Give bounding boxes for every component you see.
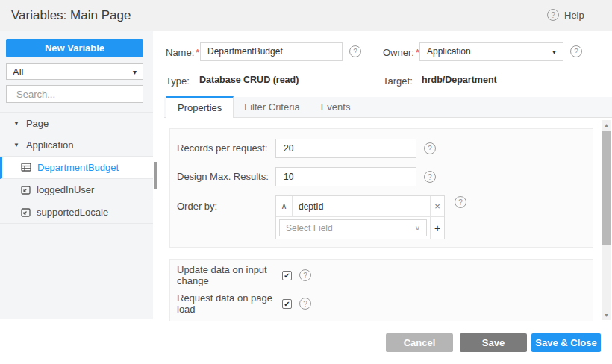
update-on-input-checkbox[interactable]: ✔ [282,271,292,280]
name-label: Name:* [166,47,199,58]
variable-tree: ▼ Page ▼ Application DepartmentBudget [0,112,153,224]
sort-direction-button[interactable]: ∧ [276,196,293,216]
close-icon: × [434,201,440,212]
tab-properties[interactable]: Properties [166,96,234,118]
select-field-placeholder: Select Field [286,223,333,233]
variable-icon [21,186,31,195]
order-by-field: deptId [293,196,430,216]
check-icon: ✔ [284,272,290,280]
owner-select-value: Application [427,46,471,57]
update-on-input-help-icon[interactable]: ? [299,269,311,281]
remove-field-button[interactable]: × [430,196,444,216]
page-title: Variables: Main Page [11,8,131,23]
help-button[interactable]: ? Help [547,9,584,21]
caret-down-icon: ▾ [133,68,137,76]
properties-panel: Records per request: ? Design Max. Resul… [169,128,593,248]
tab-events[interactable]: Events [310,96,361,117]
design-max-help-icon[interactable]: ? [424,171,436,183]
tree-group-label: Page [26,118,49,129]
target-label: Target: [383,75,413,87]
scrollbar-thumb[interactable] [602,131,611,245]
content-scrollbar[interactable]: ▲ ▼ [602,120,611,320]
design-max-results-input[interactable] [275,167,416,186]
tree-item-supportedlocale[interactable]: supportedLocale [0,201,153,224]
order-by-label: Order by: [177,201,217,212]
tree-item-label: supportedLocale [37,207,108,218]
request-on-load-label: Request data on page load [177,292,282,315]
scroll-up-icon[interactable]: ▲ [602,122,611,128]
type-label: Type: [166,75,190,87]
tree-expanded-icon: ▼ [13,142,19,148]
tree-group-page[interactable]: ▼ Page [0,112,153,134]
order-by-add-row: Select Field ∨ + [276,217,444,239]
plus-icon: + [434,222,440,234]
check-icon: ✔ [284,300,290,308]
help-label: Help [564,10,584,21]
records-per-request-input[interactable] [275,139,416,158]
tree-group-application[interactable]: ▼ Application [0,134,153,157]
chevron-down-icon: ∨ [415,224,420,232]
update-on-input-row: Update data on input change ✔ ? [177,269,311,282]
tree-item-loggedinuser[interactable]: loggedInUser [0,179,153,201]
tree-group-label: Application [26,139,74,151]
variable-filter-value: All [13,66,23,78]
variables-sidebar: New Variable All ▾ ▼ Page ▼ Application [0,31,153,319]
name-help-icon[interactable]: ? [349,46,361,57]
design-max-results-label: Design Max. Results: [177,171,269,182]
data-options-panel: Update data on input change ✔ ? Request … [169,259,593,321]
footer-bar: Cancel Save Save & Close [0,321,612,364]
order-by-help-icon[interactable]: ? [455,196,466,208]
update-on-input-label: Update data on input change [177,264,282,286]
variable-search[interactable] [6,85,143,103]
records-help-icon[interactable]: ? [424,142,436,154]
database-variable-icon [21,163,31,172]
add-field-button[interactable]: + [430,217,444,239]
variable-icon [21,208,31,217]
tree-item-departmentbudget[interactable]: DepartmentBudget [0,157,153,179]
owner-label: Owner:* [383,47,419,58]
save-and-close-button[interactable]: Save & Close [531,333,601,352]
sidebar-scrollbar-thumb[interactable] [154,162,157,189]
tab-bar: Properties Filter Criteria Events [164,97,612,118]
type-value: Database CRUD (read) [199,75,299,85]
chevron-up-icon: ∧ [281,201,287,211]
records-per-request-label: Records per request: [177,142,267,154]
owner-select[interactable]: Application ▾ [419,42,563,61]
order-by-widget: ∧ deptId × Select Field ∨ + [275,195,445,239]
new-variable-button[interactable]: New Variable [6,39,143,57]
request-on-load-help-icon[interactable]: ? [299,298,311,310]
scroll-down-icon[interactable]: ▼ [602,313,611,318]
tab-filter-criteria[interactable]: Filter Criteria [234,96,310,117]
caret-down-icon: ▾ [552,48,556,56]
cancel-button[interactable]: Cancel [386,333,453,352]
variable-filter-select[interactable]: All ▾ [6,63,143,80]
owner-help-icon[interactable]: ? [570,46,582,57]
target-value: hrdb/Department [422,75,497,85]
tree-expanded-icon: ▼ [13,120,19,127]
app-header: Variables: Main Page ? Help [0,0,612,31]
request-on-load-checkbox[interactable]: ✔ [282,299,292,309]
tree-item-label: DepartmentBudget [37,162,119,173]
help-circle-icon: ? [547,9,559,21]
required-asterisk: * [196,47,199,58]
name-input[interactable] [200,42,343,61]
request-on-load-row: Request data on page load ✔ ? [177,297,311,310]
save-button[interactable]: Save [460,333,527,352]
tree-item-label: loggedInUser [37,184,94,195]
select-field-dropdown[interactable]: Select Field ∨ [279,219,427,236]
order-by-row: ∧ deptId × [276,196,444,217]
search-input[interactable] [16,89,148,100]
